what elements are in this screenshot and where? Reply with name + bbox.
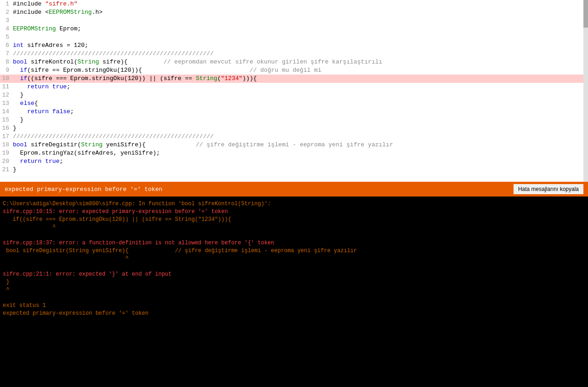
console-line-13: exit status 1 [3,302,585,310]
line-number-4: 4 [0,25,13,33]
code-line-21: 21} [0,166,588,174]
line-content-15: } [13,116,23,124]
code-line-16: 16} [0,124,588,133]
console-line-0: C:\Users\adiga\Desktop\sim800\sifre.cpp:… [3,200,585,208]
console-line-1: sifre.cpp:10:15: error: expected primary… [3,208,585,216]
line-content-14: return false; [13,108,74,116]
console-line-10: } [3,278,585,286]
code-lines: 1#include "sifre.h"2#include <EEPROMStri… [0,0,588,174]
line-content-11: return true; [13,83,70,91]
line-content-4: EEPROMString Eprom; [13,25,81,33]
code-line-6: 6int sifreAdres = 120; [0,41,588,50]
code-line-8: 8bool sifreKontrol(String sifre){ // eep… [0,58,588,66]
line-number-10: 10 [0,75,13,83]
console-line-14: expected primary-expression before '=' t… [3,310,585,318]
error-message: expected primary-expression before '=' t… [5,186,162,193]
line-number-2: 2 [0,8,13,17]
console-line-3: ^ [3,224,585,231]
code-line-2: 2#include <EEPROMString.h> [0,8,588,17]
error-bar: expected primary-expression before '=' t… [0,182,588,196]
code-line-15: 15 } [0,116,588,124]
code-line-19: 19 Eprom.stringYaz(sifreAdres, yeniSifre… [0,149,588,157]
line-number-16: 16 [0,124,13,133]
line-content-9: if(sifre == Eprom.stringOku(120)){ // do… [13,66,321,75]
line-content-12: } [13,91,23,99]
line-number-3: 3 [0,17,13,25]
console-lines: C:\Users\adiga\Desktop\sim800\sifre.cpp:… [3,200,585,318]
line-content-10: if((sifre === Eprom.stringOku(120)) || (… [13,75,257,83]
console-line-7: ^ [3,255,585,263]
line-number-7: 7 [0,50,13,58]
code-line-17: 17//////////////////////////////////////… [0,133,588,141]
console-line-4 [3,231,585,239]
console-line-11: ^ [3,286,585,294]
console-line-12 [3,294,585,302]
line-number-19: 19 [0,149,13,157]
code-line-13: 13 else{ [0,99,588,108]
line-number-18: 18 [0,141,13,149]
line-content-20: return true; [13,157,63,166]
scrollbar-thumb[interactable] [583,0,588,28]
line-content-17: ////////////////////////////////////////… [13,133,214,141]
line-content-1: #include "sifre.h" [13,0,77,8]
line-number-20: 20 [0,157,13,166]
code-line-14: 14 return false; [0,108,588,116]
code-line-7: 7///////////////////////////////////////… [0,50,588,58]
console-line-9: sifre.cpp:21:1: error: expected '}' at e… [3,271,585,278]
console-line-5: sifre.cpp:18:37: error: a function-defin… [3,239,585,247]
code-line-9: 9 if(sifre == Eprom.stringOku(120)){ // … [0,66,588,75]
line-content-16: } [13,124,17,133]
line-number-5: 5 [0,33,13,41]
code-editor[interactable]: 1#include "sifre.h"2#include <EEPROMStri… [0,0,588,182]
code-line-12: 12 } [0,91,588,99]
copy-errors-button[interactable]: Hata mesajlarını kopyala [514,184,583,194]
console-area: C:\Users\adiga\Desktop\sim800\sifre.cpp:… [0,196,588,387]
line-number-17: 17 [0,133,13,141]
console-line-8 [3,263,585,271]
console-line-2: if((sifre === Eprom.stringOku(120)) || (… [3,216,585,224]
line-content-8: bool sifreKontrol(String sifre){ // eepr… [13,58,382,66]
code-line-18: 18bool sifreDegistir(String yeniSifre){ … [0,141,588,149]
line-number-11: 11 [0,83,13,91]
line-number-21: 21 [0,166,13,174]
console-line-6: bool sifreDegistir(String yeniSifre){ //… [3,247,585,255]
line-number-12: 12 [0,91,13,99]
line-number-13: 13 [0,99,13,108]
line-content-19: Eprom.stringYaz(sifreAdres, yeniSifre); [13,149,160,157]
line-number-1: 1 [0,0,13,8]
code-line-4: 4EEPROMString Eprom; [0,25,588,33]
vertical-scrollbar[interactable] [583,0,588,182]
line-content-2: #include <EEPROMString.h> [13,8,103,17]
line-number-6: 6 [0,41,13,50]
line-content-18: bool sifreDegistir(String yeniSifre){ //… [13,141,393,149]
line-content-7: ////////////////////////////////////////… [13,50,214,58]
line-number-9: 9 [0,66,13,75]
code-line-3: 3 [0,17,588,25]
code-line-10: 10 if((sifre === Eprom.stringOku(120)) |… [0,75,588,83]
code-content: 1#include "sifre.h"2#include <EEPROMStri… [0,0,588,182]
code-line-11: 11 return true; [0,83,588,91]
code-line-5: 5 [0,33,588,41]
line-number-8: 8 [0,58,13,66]
line-content-6: int sifreAdres = 120; [13,41,88,50]
code-line-20: 20 return true; [0,157,588,166]
line-content-21: } [13,166,17,174]
code-line-1: 1#include "sifre.h" [0,0,588,8]
line-content-13: else{ [13,99,38,108]
line-number-14: 14 [0,108,13,116]
line-number-15: 15 [0,116,13,124]
